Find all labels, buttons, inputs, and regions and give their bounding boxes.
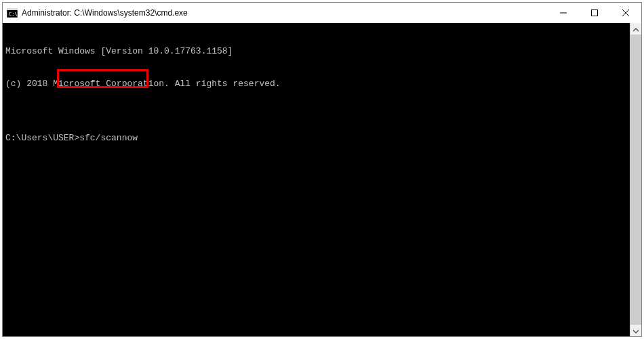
content-area: Microsoft Windows [Version 10.0.17763.11… xyxy=(3,23,641,336)
prompt-text: C:\Users\USER> xyxy=(5,133,79,143)
cmd-window: C:\ Administrator: C:\Windows\system32\c… xyxy=(2,2,642,337)
scroll-up-button[interactable] xyxy=(630,23,641,35)
scroll-thumb[interactable] xyxy=(630,35,641,325)
command-text: sfc/scannow xyxy=(79,133,138,143)
svg-rect-4 xyxy=(592,9,598,16)
svg-text:C:\: C:\ xyxy=(9,12,18,17)
minimize-button[interactable] xyxy=(548,3,579,23)
maximize-button[interactable] xyxy=(579,3,610,23)
minimize-icon xyxy=(560,8,567,18)
window-controls xyxy=(548,3,641,23)
prompt-line: C:\Users\USER>sfc/scannow xyxy=(5,133,627,144)
chevron-up-icon xyxy=(633,23,639,35)
chevron-down-icon xyxy=(633,325,639,337)
close-icon xyxy=(622,8,629,18)
close-button[interactable] xyxy=(610,3,641,23)
maximize-icon xyxy=(591,8,598,18)
window-title: Administrator: C:\Windows\system32\cmd.e… xyxy=(22,8,548,18)
scroll-track[interactable] xyxy=(630,35,641,325)
vertical-scrollbar[interactable] xyxy=(630,23,641,336)
version-line: Microsoft Windows [Version 10.0.17763.11… xyxy=(5,46,627,57)
svg-rect-1 xyxy=(7,8,18,10)
terminal-output[interactable]: Microsoft Windows [Version 10.0.17763.11… xyxy=(3,23,630,336)
scroll-down-button[interactable] xyxy=(630,325,641,336)
titlebar[interactable]: C:\ Administrator: C:\Windows\system32\c… xyxy=(3,3,641,23)
copyright-line: (c) 2018 Microsoft Corporation. All righ… xyxy=(5,79,627,89)
cmd-icon: C:\ xyxy=(7,8,18,18)
